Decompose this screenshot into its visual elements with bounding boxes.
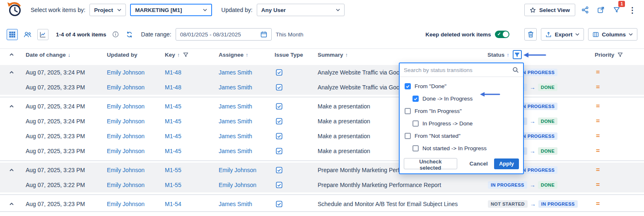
checkbox-unchecked-icon[interactable]	[412, 145, 419, 151]
assignee-link[interactable]: James Smith	[216, 148, 272, 154]
star-icon	[530, 7, 536, 13]
people-view-button[interactable]	[22, 29, 33, 40]
assignee-link[interactable]: James Smith	[216, 133, 272, 139]
priority-medium-icon: =	[592, 69, 644, 76]
status-filter-option[interactable]: From "Done"	[400, 80, 523, 92]
status-filter-option[interactable]: Not started -> In Progress	[400, 142, 523, 154]
row-expand-chevron[interactable]	[0, 168, 23, 172]
checkbox-checked-icon[interactable]	[405, 83, 411, 89]
filter-icon	[613, 7, 620, 13]
delete-button[interactable]	[524, 28, 537, 41]
assignee-link[interactable]: James Smith	[216, 84, 272, 91]
assignee-link[interactable]: Emily Johnson	[216, 182, 272, 188]
status-filter-option[interactable]: From "Not started"	[400, 130, 523, 142]
option-label: Not started -> In Progress	[422, 145, 487, 151]
key-filter-icon[interactable]	[183, 52, 188, 58]
assignee-link[interactable]: James Smith	[216, 118, 272, 125]
apply-button[interactable]: Apply	[494, 158, 519, 169]
chevron-up-icon	[9, 105, 14, 108]
column-header-issue-type[interactable]: Issue Type	[272, 52, 315, 58]
work-item-key-link[interactable]: M1-45	[162, 133, 216, 139]
work-item-key-link[interactable]: M1-55	[162, 167, 216, 173]
updated-by-link[interactable]: Emily Johnson	[104, 69, 162, 76]
work-item-key-link[interactable]: M1-48	[162, 84, 216, 91]
status-filter-option[interactable]: From "In Progress"	[400, 105, 523, 117]
open-in-new-button[interactable]	[595, 4, 607, 16]
status-filter-option[interactable]: Done -> In Progress	[400, 92, 523, 105]
table-row: Aug 07, 2025, 3:22 PMEmily JohnsonM1-55E…	[0, 178, 644, 192]
column-header-summary[interactable]: Summary ↑	[315, 52, 485, 58]
checkbox-unchecked-icon[interactable]	[405, 108, 411, 114]
share-button[interactable]	[579, 4, 591, 16]
assignee-link[interactable]: James Smith	[216, 201, 272, 207]
checkbox-unchecked-icon[interactable]	[412, 120, 419, 127]
priority-filter-icon[interactable]	[617, 52, 623, 58]
work-item-key-link[interactable]: M1-54	[162, 201, 216, 207]
updated-by-link[interactable]: Emily Johnson	[104, 201, 162, 207]
column-header-assignee[interactable]: Assignee ↑	[216, 52, 272, 58]
summary-cell: Schedule and Monitor A/B Test for Email …	[315, 201, 485, 207]
work-item-key-link[interactable]: M1-45	[162, 148, 216, 154]
keep-deleted-toggle[interactable]: ✓	[495, 31, 509, 38]
assignee-link[interactable]: James Smith	[216, 103, 272, 110]
column-header-key[interactable]: Key ↑	[162, 52, 216, 58]
table-row: Aug 07, 2025, 3:23 PMEmily JohnsonM1-45J…	[0, 144, 644, 158]
work-item-key-link[interactable]: M1-55	[162, 182, 216, 188]
assignee-link[interactable]: James Smith	[216, 69, 272, 76]
row-expand-chevron[interactable]	[0, 105, 23, 108]
updated-by-link[interactable]: Emily Johnson	[104, 118, 162, 125]
project-dropdown[interactable]: MARKETING [M1]	[130, 4, 212, 16]
column-header-date-of-change[interactable]: Date of change ↓	[23, 52, 104, 58]
chart-view-button[interactable]	[37, 29, 48, 40]
work-item-key-link[interactable]: M1-48	[162, 69, 216, 76]
refresh-button[interactable]	[125, 29, 135, 39]
updated-by-link[interactable]: Emily Johnson	[104, 103, 162, 110]
chevron-up-icon	[9, 168, 14, 172]
date-range-label: Date range:	[141, 31, 171, 38]
collapse-all-chevron[interactable]	[0, 53, 23, 56]
export-button[interactable]: Export	[541, 28, 584, 41]
date-of-change-cell: Aug 07, 2025, 3:23 PM	[23, 201, 104, 207]
select-by-dropdown[interactable]: Project	[89, 4, 126, 16]
updated-by-link[interactable]: Emily Johnson	[104, 167, 162, 173]
updated-by-dropdown[interactable]: Any User	[257, 4, 345, 16]
table-view-button[interactable]	[7, 29, 18, 40]
issue-type-cell	[272, 103, 315, 110]
column-header-updated-by[interactable]: Updated by	[104, 52, 162, 58]
updated-by-link[interactable]: Emily Johnson	[104, 84, 162, 91]
status-filter-option[interactable]: In Progress -> Done	[400, 117, 523, 130]
filters-button[interactable]: 1	[611, 4, 622, 16]
issue-type-cell	[272, 148, 315, 154]
work-item-key-link[interactable]: M1-45	[162, 118, 216, 125]
checkbox-checked-icon[interactable]	[412, 96, 419, 102]
assignee-link[interactable]: Emily Johnson	[216, 167, 272, 173]
status-search-input[interactable]	[404, 67, 510, 73]
select-view-button[interactable]: Select View	[524, 4, 575, 16]
columns-button[interactable]: Columns	[588, 28, 637, 41]
status-filter-footer: Uncheck selected Cancel Apply	[400, 156, 523, 173]
table-body: Aug 07, 2025, 3:24 PMEmily JohnsonM1-48J…	[0, 60, 644, 212]
row-expand-chevron[interactable]	[0, 71, 23, 74]
status-filter-icon-active[interactable]	[513, 50, 522, 59]
column-header-priority[interactable]: Priority	[592, 52, 644, 58]
date-range-input[interactable]: 08/01/2025 - 08/31/2025	[176, 28, 272, 41]
status-to-badge: DONE	[538, 147, 557, 155]
uncheck-selected-button[interactable]: Uncheck selected	[404, 158, 457, 169]
updated-by-link[interactable]: Emily Johnson	[104, 148, 162, 154]
checkbox-unchecked-icon[interactable]	[405, 133, 411, 139]
annotation-arrow-checked-option	[479, 91, 500, 98]
updated-by-link[interactable]: Emily Johnson	[104, 182, 162, 188]
priority-medium-icon: =	[592, 118, 644, 125]
info-icon[interactable]	[111, 29, 121, 39]
task-type-icon	[276, 148, 282, 154]
chevron-down-icon	[575, 33, 579, 36]
cancel-button[interactable]: Cancel	[470, 161, 488, 167]
issue-type-cell	[272, 182, 315, 188]
row-expand-chevron[interactable]	[0, 202, 23, 206]
work-item-key-link[interactable]: M1-45	[162, 103, 216, 110]
updated-by-link[interactable]: Emily Johnson	[104, 133, 162, 139]
more-menu-button[interactable]: ⋮	[627, 4, 638, 16]
date-range-period: This Month	[276, 31, 304, 38]
option-label: Done -> In Progress	[422, 96, 473, 102]
annotation-arrow-status-filter	[522, 52, 546, 58]
